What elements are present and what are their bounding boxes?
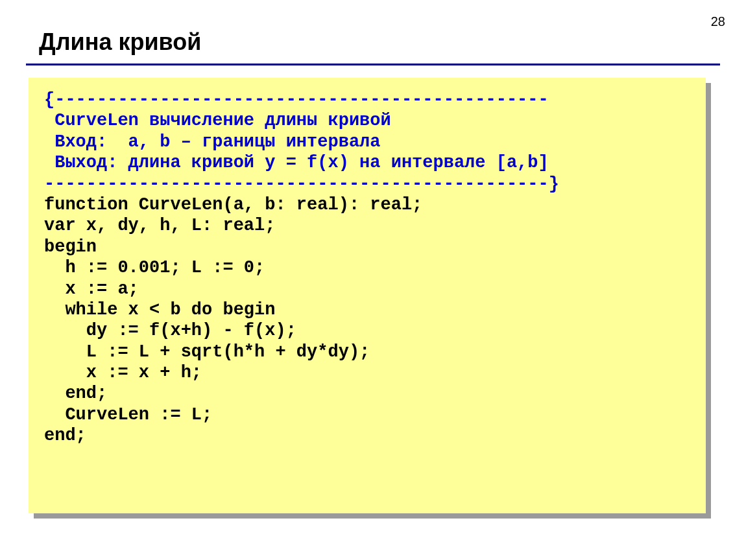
code-line: begin (44, 237, 97, 257)
title-underline (26, 64, 720, 65)
code-line: CurveLen := L; (44, 405, 212, 425)
slide: 28 Длина кривой {-----------------------… (0, 0, 746, 560)
code-comment-line: Выход: длина кривой y = f(x) на интервал… (44, 153, 549, 172)
code-comment-line: ----------------------------------------… (44, 174, 559, 194)
code-line: x := a; (44, 279, 139, 299)
code-comment-line: Вход: a, b – границы интервала (44, 132, 380, 152)
code-block: {---------------------------------------… (29, 78, 706, 513)
code-comment-line: CurveLen вычисление длины кривой (44, 111, 391, 130)
slide-title: Длина кривой (39, 29, 201, 56)
code-line: var x, dy, h, L: real; (44, 216, 275, 235)
page-number: 28 (711, 14, 725, 29)
code-line: L := L + sqrt(h*h + dy*dy); (44, 342, 370, 362)
code-line: end; (44, 384, 107, 403)
code-comment-line: {---------------------------------------… (44, 90, 549, 110)
code-line: while x < b do begin (44, 300, 275, 320)
code-line: end; (44, 426, 86, 445)
code-line: function CurveLen(a, b: real): real; (44, 195, 422, 215)
code-line: x := x + h; (44, 363, 202, 382)
code-line: dy := f(x+h) - f(x); (44, 321, 296, 340)
code-line: h := 0.001; L := 0; (44, 258, 265, 277)
